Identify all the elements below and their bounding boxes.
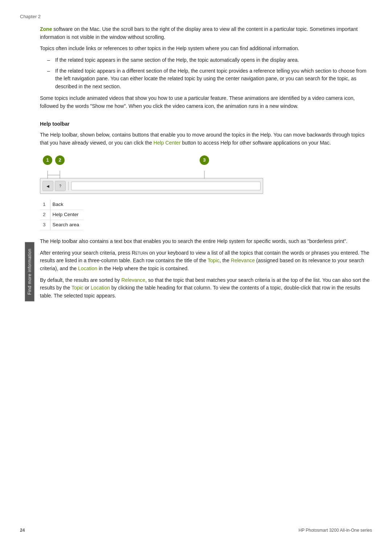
callout-circle-2: 2 [55,155,65,165]
toolbar-box: ◀ ? [40,178,263,194]
location-link-2[interactable]: Location [91,285,110,291]
leader-lines [40,171,265,178]
para5-end2: in the Help where the topic is contained… [97,266,189,271]
bullet-list: If the related topic appears in the same… [47,56,372,91]
para5-small: ETURN [135,251,148,255]
para6-mid2: or [83,285,91,291]
main-content: Zone software on the Mac. Use the scroll… [40,25,372,304]
legend-label-2: Help Center [50,210,83,220]
relevance-link-2[interactable]: Relevance [121,277,145,283]
callout-circle-1: 1 [43,155,52,165]
legend-label-3: Search area [50,220,83,230]
callout-circle-3: 3 [200,155,209,165]
relevance-link-1[interactable]: Relevance [231,258,255,263]
paragraph-6: By default, the results are sorted by Re… [40,276,372,300]
leader-lines-svg [40,171,265,179]
page-number: 24 [20,528,25,533]
help-center-button-repr: ? [55,181,66,191]
bullet-item-1: If the related topic appears in the same… [47,56,372,64]
legend-num-1: 1 [40,200,50,210]
callout-row: 1 2 3 [40,155,265,170]
para5-mid: , the [220,258,231,263]
chapter-label: Chapter 2 [20,14,41,19]
paragraph-4: The Help toolbar also contains a text bo… [40,238,372,246]
section-heading-help-toolbar: Help toolbar [40,120,372,128]
toolbar-intro-end: button to access Help for other software… [181,140,331,146]
side-tab: Find more information [25,242,34,301]
para6-start: By default, the results are sorted by [40,277,121,283]
paragraph-3: Some topics include animated videos that… [40,94,372,110]
search-area-repr [71,182,261,190]
help-center-link[interactable]: Help Center [154,140,181,146]
toolbar-diagram: 1 2 3 [40,155,265,194]
legend-table: 1 Back 2 Help Center 3 Search area [40,200,83,230]
side-tab-label: Find more information [27,248,32,295]
legend-num-2: 2 [40,210,50,220]
legend-num-3: 3 [40,220,50,230]
footer: 24 HP Photosmart 3200 All-in-One series [20,528,372,533]
topic-link-2[interactable]: Topic [72,285,83,291]
para5-start: After entering your search criteria, pre… [40,250,135,256]
paragraph-1: Zone software on the Mac. Use the scroll… [40,25,372,41]
toolbar-separator [68,182,69,190]
paragraph-5: After entering your search criteria, pre… [40,249,372,273]
legend-row-3: 3 Search area [40,220,83,230]
paragraph-2: Topics often include links or references… [40,45,372,53]
topic-link-1[interactable]: Topic [208,258,220,263]
legend-row-2: 2 Help Center [40,210,83,220]
zone-text: Zone [40,26,52,32]
bullet-item-2: If the related topic appears in a differ… [47,67,372,91]
back-button-repr: ◀ [42,181,53,191]
product-name: HP Photosmart 3200 All-in-One series [298,528,372,533]
legend-row-1: 1 Back [40,200,83,210]
page: Find more information Chapter 2 Zone sof… [0,0,392,543]
para1-rest: software on the Mac. Use the scroll bars… [40,26,358,40]
location-link-1[interactable]: Location [78,266,97,271]
legend-label-1: Back [50,200,83,210]
toolbar-intro-para: The Help toolbar, shown below, contains … [40,131,372,147]
